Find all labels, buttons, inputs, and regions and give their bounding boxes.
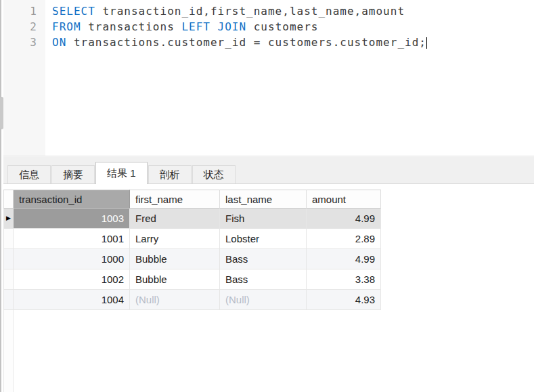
table-cell[interactable]: 1001: [14, 229, 130, 249]
tab-info[interactable]: 信息: [7, 165, 51, 183]
row-gutter[interactable]: [3, 269, 14, 290]
table-row[interactable]: ▶1003FredFish4.99: [3, 209, 381, 229]
sql-code-editor[interactable]: 123 SELECT transaction_id,first_name,las…: [3, 0, 534, 156]
results-grid: transaction_idfirst_namelast_nameamount …: [3, 190, 381, 310]
grid-corner-cell[interactable]: [3, 190, 14, 209]
table-cell[interactable]: Fred: [130, 209, 220, 229]
tab-result-1[interactable]: 结果 1: [95, 162, 148, 184]
table-cell[interactable]: 4.99: [307, 209, 381, 229]
table-cell[interactable]: 4.99: [307, 249, 381, 269]
sql-editor-window: 123 SELECT transaction_id,first_name,las…: [0, 0, 534, 392]
table-cell[interactable]: Bass: [220, 269, 307, 290]
row-indicator[interactable]: ▶: [3, 209, 14, 229]
table-cell[interactable]: (Null): [220, 290, 307, 310]
table-cell[interactable]: (Null): [130, 290, 220, 310]
row-gutter[interactable]: [3, 290, 14, 310]
left-rail-divider: [0, 0, 1, 392]
grid-header-row: transaction_idfirst_namelast_nameamount: [3, 190, 381, 209]
line-number: 2: [3, 19, 45, 35]
table-cell[interactable]: 1000: [14, 249, 130, 269]
table-cell[interactable]: 3.38: [307, 269, 381, 290]
column-header-transaction_id[interactable]: transaction_id: [14, 190, 130, 209]
row-gutter[interactable]: [3, 229, 14, 249]
line-number: 1: [3, 3, 45, 19]
table-cell[interactable]: Larry: [130, 229, 220, 249]
table-cell[interactable]: 1004: [14, 290, 130, 310]
line-number: 3: [3, 35, 45, 50]
table-cell[interactable]: 1003: [14, 209, 130, 229]
tab-bar: 信息摘要结果 1剖析状态: [3, 157, 534, 184]
table-cell[interactable]: Bass: [220, 249, 307, 269]
grid-body: ▶1003FredFish4.991001LarryLobster2.89100…: [3, 209, 381, 310]
table-row[interactable]: 1001LarryLobster2.89: [3, 229, 381, 249]
code-line: ON transactions.customer_id = customers.…: [52, 35, 534, 50]
table-cell[interactable]: Lobster: [220, 229, 307, 249]
table-cell[interactable]: Bubble: [130, 269, 220, 290]
table-row[interactable]: 1002BubbleBass3.38: [3, 269, 381, 290]
row-indicator-icon: ▶: [6, 215, 11, 221]
table-cell[interactable]: Fish: [220, 209, 307, 229]
line-number-gutter: 123: [3, 0, 45, 156]
table-row[interactable]: 1000BubbleBass4.99: [3, 249, 381, 269]
table-cell[interactable]: Bubble: [130, 249, 220, 269]
tab-status[interactable]: 状态: [192, 165, 236, 183]
text-cursor: [426, 37, 427, 49]
row-gutter[interactable]: [3, 249, 14, 269]
column-header-last_name[interactable]: last_name: [220, 190, 307, 209]
code-lines[interactable]: SELECT transaction_id,first_name,last_na…: [45, 0, 534, 156]
grid-gutter-tail: [3, 310, 14, 392]
column-header-amount[interactable]: amount: [307, 190, 381, 209]
tab-summary[interactable]: 摘要: [51, 165, 95, 183]
results-panel: transaction_idfirst_namelast_nameamount …: [3, 184, 534, 392]
table-row[interactable]: 1004(Null)(Null)4.93: [3, 290, 381, 310]
code-line: FROM transactions LEFT JOIN customers: [52, 19, 534, 35]
table-cell[interactable]: 2.89: [307, 229, 381, 249]
tab-profile[interactable]: 剖析: [148, 165, 192, 183]
table-cell[interactable]: 4.93: [307, 290, 381, 310]
code-line: SELECT transaction_id,first_name,last_na…: [52, 3, 534, 19]
table-cell[interactable]: 1002: [14, 269, 130, 290]
column-header-first_name[interactable]: first_name: [130, 190, 220, 209]
